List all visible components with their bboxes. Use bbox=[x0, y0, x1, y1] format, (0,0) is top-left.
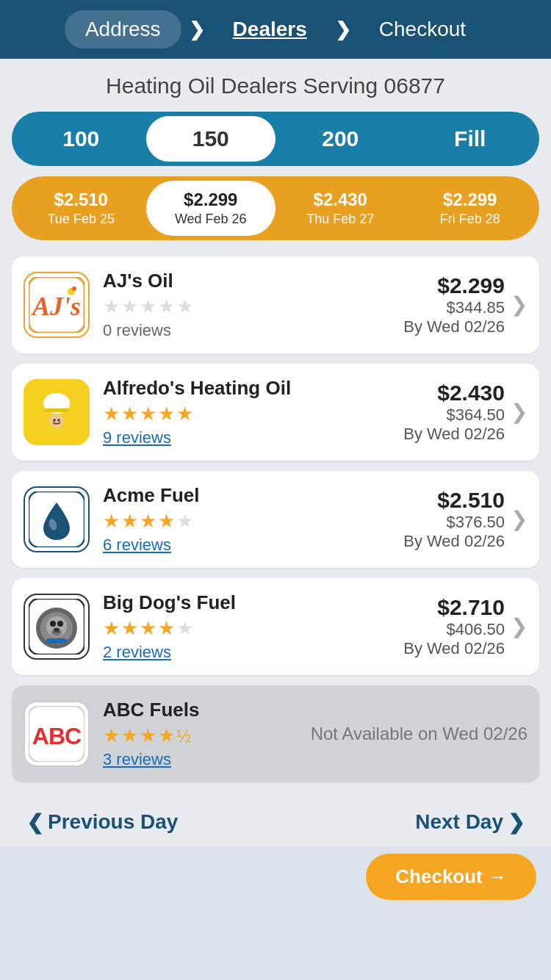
nav-step-dealers[interactable]: Dealers bbox=[212, 10, 328, 48]
next-day-label: Next Day bbox=[415, 810, 503, 834]
qty-150[interactable]: 150 bbox=[146, 116, 276, 162]
chevron-right-ajs: ❯ bbox=[511, 292, 527, 317]
dealer-name-acme: Acme Fuel bbox=[103, 484, 403, 507]
dealer-delivery-alfredo: By Wed 02/26 bbox=[403, 425, 505, 444]
nav-step-checkout[interactable]: Checkout bbox=[359, 10, 486, 48]
previous-day-label: Previous Day bbox=[48, 810, 178, 834]
date-fri[interactable]: $2.299 Fri Feb 28 bbox=[406, 181, 536, 236]
dealer-info-ajs: AJ's Oil ★★★★★ 0 reviews bbox=[103, 270, 403, 340]
dealer-logo-bigdog bbox=[24, 594, 90, 660]
dealer-price-main-bigdog: $2.710 bbox=[437, 595, 505, 620]
dealer-stars-abc: ★★★★½ bbox=[103, 724, 311, 747]
dealer-logo-alfredo bbox=[24, 379, 90, 445]
chevron-right-icon: ❯ bbox=[508, 810, 525, 835]
nav-step-address[interactable]: Address bbox=[65, 10, 181, 48]
date-wed[interactable]: $2.299 Wed Feb 26 bbox=[146, 181, 276, 236]
svg-rect-25 bbox=[46, 638, 67, 644]
svg-point-20 bbox=[50, 621, 56, 627]
dealer-pricing-acme: $2.510 $376.50 By Wed 02/26 bbox=[403, 488, 505, 551]
checkout-button[interactable]: Checkout → bbox=[366, 854, 536, 900]
day-navigation: ❮ Previous Day Next Day ❯ bbox=[12, 793, 539, 846]
dealer-delivery-bigdog: By Wed 02/26 bbox=[403, 639, 505, 658]
dealer-reviews-acme[interactable]: 6 reviews bbox=[103, 536, 403, 555]
dealer-unavailable-abc: Not Available on Wed 02/26 bbox=[311, 721, 527, 746]
date-thu[interactable]: $2.430 Thu Feb 27 bbox=[276, 181, 406, 236]
dealer-stars-bigdog: ★★★★★ bbox=[103, 617, 403, 640]
label-wed: Wed Feb 26 bbox=[149, 211, 273, 228]
next-day-button[interactable]: Next Day ❯ bbox=[415, 810, 525, 835]
dealer-name-ajs: AJ's Oil bbox=[103, 270, 403, 292]
price-fri: $2.299 bbox=[408, 188, 533, 211]
dealer-price-main-acme: $2.510 bbox=[437, 488, 505, 513]
dealer-info-alfredo: Alfredo's Heating Oil ★★★★★ 9 reviews bbox=[103, 377, 403, 447]
dealer-delivery-acme: By Wed 02/26 bbox=[403, 532, 505, 551]
chevron-right-alfredo: ❯ bbox=[511, 400, 527, 424]
date-tue[interactable]: $2.510 Tue Feb 25 bbox=[16, 181, 146, 236]
svg-rect-8 bbox=[45, 408, 68, 412]
nav-arrow-1: ❯ bbox=[189, 18, 205, 41]
label-fri: Fri Feb 28 bbox=[408, 211, 533, 228]
dealer-info-acme: Acme Fuel ★★★★★ 6 reviews bbox=[103, 484, 403, 555]
dealer-card-acme[interactable]: Acme Fuel ★★★★★ 6 reviews $2.510 $376.50… bbox=[12, 471, 539, 568]
dealer-pricing-alfredo: $2.430 $364.50 By Wed 02/26 bbox=[403, 381, 505, 444]
dealer-info-bigdog: Big Dog's Fuel ★★★★★ 2 reviews bbox=[103, 591, 403, 662]
dealer-price-main-ajs: $2.299 bbox=[437, 273, 505, 298]
qty-200[interactable]: 200 bbox=[276, 116, 406, 162]
bottom-bar: Checkout → bbox=[0, 846, 551, 912]
dealer-name-bigdog: Big Dog's Fuel bbox=[103, 591, 403, 614]
dealer-name-alfredo: Alfredo's Heating Oil bbox=[103, 377, 403, 400]
main-content: Heating Oil Dealers Serving 06877 100 15… bbox=[0, 59, 551, 846]
quantity-selector: 100 150 200 Fill bbox=[12, 112, 539, 166]
dealer-pricing-bigdog: $2.710 $406.50 By Wed 02/26 bbox=[403, 595, 505, 658]
chevron-right-acme: ❯ bbox=[511, 507, 527, 531]
dealer-stars-alfredo: ★★★★★ bbox=[103, 403, 403, 425]
svg-point-10 bbox=[53, 419, 56, 422]
dealer-reviews-abc[interactable]: 3 reviews bbox=[103, 750, 311, 769]
dealer-pricing-ajs: $2.299 $344.85 By Wed 02/26 bbox=[403, 273, 505, 336]
dealer-price-total-acme: $376.50 bbox=[446, 513, 505, 532]
svg-point-26 bbox=[54, 627, 60, 631]
price-tue: $2.510 bbox=[19, 188, 143, 211]
dealer-card-alfredo[interactable]: Alfredo's Heating Oil ★★★★★ 9 reviews $2… bbox=[12, 364, 539, 461]
svg-point-4 bbox=[72, 287, 76, 291]
svg-point-21 bbox=[57, 621, 63, 627]
dealer-reviews-ajs: 0 reviews bbox=[103, 321, 403, 340]
price-wed: $2.299 bbox=[149, 188, 273, 211]
price-thu: $2.430 bbox=[278, 188, 403, 211]
dealer-reviews-alfredo[interactable]: 9 reviews bbox=[103, 428, 403, 447]
qty-fill[interactable]: Fill bbox=[406, 116, 536, 162]
chevron-left-icon: ❮ bbox=[26, 810, 43, 835]
dealer-name-abc: ABC Fuels bbox=[103, 699, 311, 721]
dealer-price-total-bigdog: $406.50 bbox=[446, 620, 505, 639]
dealer-stars-ajs: ★★★★★ bbox=[103, 295, 403, 318]
svg-text:AJ's: AJ's bbox=[31, 292, 81, 321]
dealer-reviews-bigdog[interactable]: 2 reviews bbox=[103, 643, 403, 662]
dealer-stars-acme: ★★★★★ bbox=[103, 510, 403, 533]
svg-point-11 bbox=[57, 419, 60, 422]
previous-day-button[interactable]: ❮ Previous Day bbox=[26, 810, 178, 835]
dealer-card-abc[interactable]: ABC ABC Fuels ★★★★½ 3 reviews Not Availa… bbox=[12, 685, 539, 782]
chevron-right-bigdog: ❯ bbox=[511, 614, 527, 638]
dealer-card-bigdog[interactable]: Big Dog's Fuel ★★★★★ 2 reviews $2.710 $4… bbox=[12, 578, 539, 675]
dealer-price-main-alfredo: $2.430 bbox=[437, 381, 505, 406]
dealer-price-total-ajs: $344.85 bbox=[446, 298, 505, 317]
dealer-logo-acme bbox=[24, 486, 90, 552]
qty-100[interactable]: 100 bbox=[16, 116, 146, 162]
dealer-price-total-alfredo: $364.50 bbox=[446, 406, 505, 425]
dealer-pricing-abc: Not Available on Wed 02/26 bbox=[311, 721, 527, 746]
dealer-logo-abc: ABC bbox=[24, 701, 90, 767]
dealer-card-ajs[interactable]: AJ's AJ's Oil ★★★★★ 0 reviews $2.299 $34… bbox=[12, 256, 539, 353]
dealer-info-abc: ABC Fuels ★★★★½ 3 reviews bbox=[103, 699, 311, 769]
page-title: Heating Oil Dealers Serving 06877 bbox=[12, 73, 539, 98]
svg-text:ABC: ABC bbox=[32, 723, 82, 749]
label-thu: Thu Feb 27 bbox=[278, 211, 403, 228]
label-tue: Tue Feb 25 bbox=[19, 211, 143, 228]
svg-point-9 bbox=[49, 414, 64, 428]
dealer-logo-ajs: AJ's bbox=[24, 272, 90, 338]
nav-arrow-2: ❯ bbox=[335, 18, 351, 41]
top-navigation: Address ❯ Dealers ❯ Checkout bbox=[0, 0, 551, 59]
date-selector: $2.510 Tue Feb 25 $2.299 Wed Feb 26 $2.4… bbox=[12, 176, 539, 240]
dealer-delivery-ajs: By Wed 02/26 bbox=[403, 317, 505, 336]
